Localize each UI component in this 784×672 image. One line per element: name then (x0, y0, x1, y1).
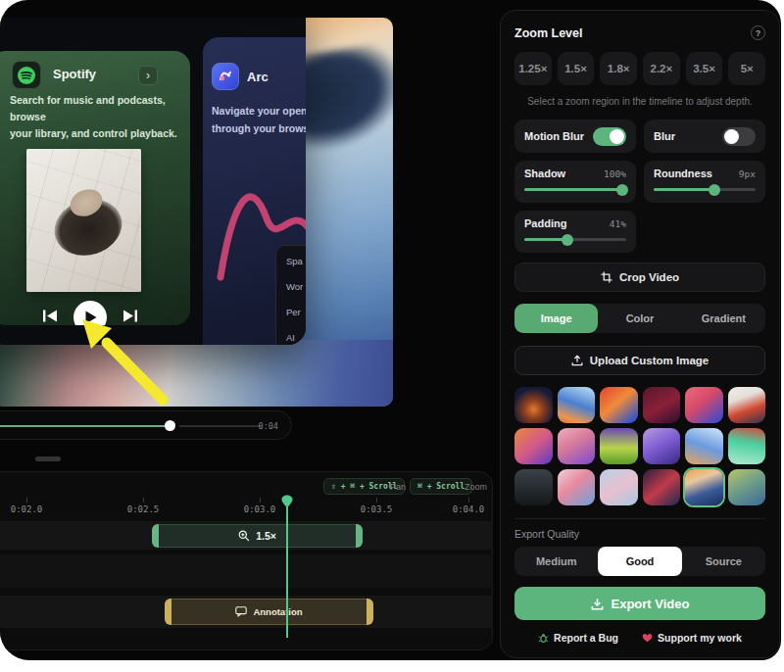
zoom-preset-button[interactable]: 1.5× (558, 52, 595, 85)
bug-icon (538, 633, 549, 644)
menu-item[interactable]: Wor (286, 281, 306, 307)
progress-remaining (179, 425, 262, 427)
arrow-annotation[interactable] (63, 312, 175, 407)
wallpaper-thumbnail[interactable] (685, 387, 723, 423)
wallpaper-thumbnail[interactable] (558, 387, 596, 423)
zoom-preset-button[interactable]: 3.5× (686, 52, 723, 85)
crop-icon (601, 271, 612, 283)
download-icon (591, 598, 604, 610)
panel-resize-handle[interactable] (35, 456, 61, 461)
zoom-preset-button[interactable]: 5× (728, 52, 765, 85)
blur-toggle[interactable] (722, 127, 756, 146)
ruler-label: 0:03.0 (244, 504, 276, 514)
wallpaper-thumbnail[interactable] (685, 428, 723, 464)
support-link[interactable]: Support my work (642, 632, 742, 644)
menu-item[interactable]: Spa (286, 256, 306, 281)
tab-color[interactable]: Color (598, 304, 681, 333)
settings-panel: Zoom Level ? 1.25× 1.5× 1.8× 2.2× 3.5× 5… (500, 10, 780, 658)
slider-thumb[interactable] (616, 184, 628, 196)
segment-right-handle[interactable] (367, 599, 373, 625)
clip-track[interactable] (0, 554, 493, 588)
tab-gradient[interactable]: Gradient (682, 304, 765, 333)
wallpaper-grid (514, 387, 765, 505)
wallpaper-thumbnail[interactable] (728, 428, 766, 464)
wallpaper-thumbnail-selected[interactable] (685, 469, 723, 505)
zoom-preset-button[interactable]: 1.8× (600, 52, 637, 85)
wallpaper-thumbnail[interactable] (600, 387, 638, 423)
motion-blur-label: Motion Blur (524, 130, 584, 142)
menu-item[interactable]: Per (286, 307, 306, 332)
ruler-tick (26, 498, 27, 503)
motion-blur-toggle[interactable] (593, 127, 626, 146)
quality-source[interactable]: Source (682, 547, 765, 576)
zoom-presets: 1.25× 1.5× 1.8× 2.2× 3.5× 5× (514, 52, 765, 85)
help-icon[interactable]: ? (751, 25, 765, 40)
album-art (26, 149, 141, 292)
export-quality-label: Export Quality (514, 528, 765, 540)
wallpaper-bottom-strip (0, 340, 393, 407)
ruler-tick (260, 498, 261, 503)
segment-right-handle[interactable] (356, 524, 363, 548)
wallpaper-thumbnail[interactable] (600, 428, 638, 464)
quality-medium[interactable]: Medium (514, 547, 598, 576)
playback-progress-bar[interactable]: 0:04 (0, 410, 292, 440)
roundness-slider[interactable] (654, 188, 756, 191)
arc-icon (212, 63, 239, 90)
padding-label: Padding (524, 217, 566, 229)
shadow-slider-card: Shadow 100% (514, 161, 636, 203)
background-type-tabs: Image Color Gradient (514, 304, 765, 333)
pan-label: Pan (390, 482, 406, 492)
progress-elapsed (0, 425, 170, 427)
tab-image[interactable]: Image (514, 304, 598, 333)
crop-video-button[interactable]: Crop Video (514, 263, 765, 292)
wallpaper-thumbnail[interactable] (558, 428, 596, 464)
upload-custom-image-button[interactable]: Upload Custom Image (514, 346, 765, 375)
wallpaper-thumbnail[interactable] (643, 428, 681, 464)
wallpaper-thumbnail[interactable] (514, 428, 553, 464)
arc-description: Navigate your open tab through your brow… (212, 102, 306, 137)
ruler-tick (143, 498, 144, 503)
wallpaper-thumbnail[interactable] (600, 469, 638, 505)
quality-good[interactable]: Good (598, 547, 681, 576)
ruler-tick (468, 498, 469, 503)
zoom-preset-button[interactable]: 1.25× (514, 52, 552, 85)
segment-left-handle[interactable] (165, 599, 172, 625)
spotify-icon (12, 61, 41, 89)
previous-track-button[interactable] (43, 309, 60, 325)
ruler-label: 0:04.0 (453, 504, 485, 514)
upload-icon (571, 355, 583, 366)
zoom-in-icon (238, 530, 250, 542)
zoom-preset-button[interactable]: 2.2× (643, 52, 680, 85)
slider-thumb[interactable] (562, 234, 573, 246)
wallpaper-thumbnail[interactable] (728, 469, 766, 505)
wallpaper-thumbnail[interactable] (643, 469, 681, 505)
spotify-card: Spotify › Search for music and podcasts,… (0, 51, 190, 325)
wallpaper-thumbnail[interactable] (514, 469, 553, 505)
wallpaper-thumbnail[interactable] (558, 469, 596, 505)
video-preview[interactable]: Spotify › Search for music and podcasts,… (0, 18, 393, 407)
progress-thumb[interactable] (165, 420, 175, 431)
shadow-slider[interactable] (524, 188, 626, 191)
padding-slider[interactable] (524, 238, 626, 241)
spotify-description: Search for music and podcasts, browse yo… (10, 92, 186, 142)
playhead-handle[interactable] (281, 495, 293, 508)
heart-icon (642, 633, 653, 643)
spotify-open-button[interactable]: › (138, 66, 158, 85)
export-quality-segmented: Medium Good Source (514, 547, 765, 576)
arc-context-menu: Spa Wor Per AI (275, 245, 306, 345)
report-bug-link[interactable]: Report a Bug (538, 632, 618, 644)
wallpaper-thumbnail[interactable] (643, 387, 681, 423)
segment-left-handle[interactable] (152, 524, 159, 548)
zoom-shortcut-badge: ⌘ + Scroll (410, 478, 472, 495)
zoom-segment[interactable]: 1.5× (152, 524, 363, 548)
roundness-slider-card: Roundness 9px (644, 161, 765, 203)
slider-thumb[interactable] (709, 184, 720, 196)
shadow-label: Shadow (524, 168, 565, 179)
export-video-button[interactable]: Export Video (514, 587, 765, 620)
playhead-line[interactable] (286, 498, 288, 638)
ruler-tick (376, 498, 377, 503)
wallpaper-thumbnail[interactable] (514, 387, 553, 423)
spotify-title: Spotify (53, 67, 96, 81)
wallpaper-thumbnail[interactable] (728, 387, 766, 423)
annotation-segment[interactable]: Annotation (165, 599, 373, 625)
